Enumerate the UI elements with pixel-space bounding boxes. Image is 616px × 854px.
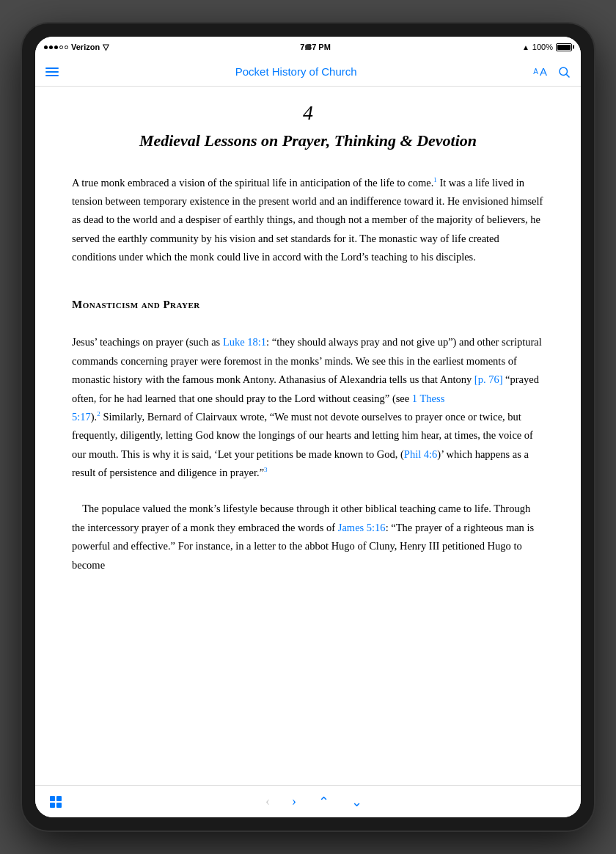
section-heading-monasticism: Monasticism and Prayer: [72, 299, 544, 311]
grid-cell-4: [56, 803, 62, 808]
svg-point-0: [560, 67, 568, 76]
spacer-1: [72, 284, 544, 299]
grid-view-button[interactable]: [50, 796, 62, 808]
paragraph-2: Jesus’ teachings on prayer (such as Luke…: [72, 333, 544, 482]
para2-before-link: Jesus’ teachings on prayer (such as: [72, 336, 223, 348]
camera: [305, 44, 311, 50]
big-a-icon: A: [540, 65, 547, 78]
signal-dot-3: [54, 45, 58, 49]
wifi-icon: ▽: [103, 43, 109, 52]
toolbar-left: [50, 796, 62, 808]
book-content: 4 Medieval Lessons on Prayer, Thinking &…: [35, 87, 581, 785]
battery-percentage: 100%: [532, 43, 553, 51]
nav-right: A A: [533, 65, 571, 79]
battery-indicator: [556, 43, 572, 51]
status-right: ▲ 100%: [522, 43, 572, 51]
footnote-1: 1: [433, 176, 437, 183]
nav-left: [45, 67, 59, 76]
page-ref-76: [p. 76]: [474, 373, 503, 385]
navigation-bar: Pocket History of Church A A: [35, 57, 581, 87]
grid-cell-2: [56, 796, 62, 801]
spacer-2: [72, 326, 544, 333]
para2-footnote2: ).2: [91, 411, 100, 423]
prev-page-button[interactable]: ‹: [265, 794, 270, 809]
paragraph-3: The populace valued the monk’s lifestyle…: [72, 500, 544, 574]
font-size-button[interactable]: A A: [533, 65, 547, 78]
chapter-title: Medieval Lessons on Prayer, Thinking & D…: [72, 131, 544, 152]
nav-title: Pocket History of Church: [59, 65, 533, 78]
james-5-16-link[interactable]: James 5:16: [338, 522, 386, 533]
section-heading-text: Monasticism and Prayer: [72, 299, 200, 310]
paragraph-1: A true monk embraced a vision of the spi…: [72, 174, 544, 267]
toolbar-center: ‹ › ⌃ ⌄: [265, 794, 362, 810]
luke-18-1-link[interactable]: Luke 18:1: [223, 336, 266, 348]
next-page-button[interactable]: ›: [292, 794, 296, 809]
hamburger-line-1: [45, 67, 59, 69]
phil-4-6-link[interactable]: Phil 4:6: [404, 448, 438, 460]
paragraph-1-text: A true monk embraced a vision of the spi…: [72, 177, 543, 263]
grid-cell-1: [50, 796, 55, 801]
menu-button[interactable]: [45, 67, 59, 76]
scroll-up-button[interactable]: ⌃: [318, 794, 329, 810]
signal-dot-5: [65, 45, 68, 49]
grid-cell-3: [50, 803, 55, 808]
signal-dot-1: [44, 45, 48, 49]
status-left: Verizon ▽: [44, 43, 109, 52]
chapter-number: 4: [72, 101, 544, 125]
tablet-screen: Verizon ▽ 7:37 PM ▲ 100%: [35, 37, 581, 817]
screen: Verizon ▽ 7:37 PM ▲ 100%: [35, 37, 581, 817]
signal-dots: [44, 45, 68, 49]
signal-dot-2: [49, 45, 53, 49]
bottom-toolbar: ‹ › ⌃ ⌄: [35, 785, 581, 817]
scroll-down-button[interactable]: ⌄: [351, 794, 362, 810]
small-a-icon: A: [533, 67, 538, 76]
footnote-3: 3: [264, 466, 268, 473]
hamburger-line-3: [45, 75, 59, 76]
signal-strength-icon: ▲: [522, 43, 529, 51]
signal-dot-4: [59, 45, 63, 49]
svg-line-1: [566, 74, 569, 77]
search-button[interactable]: [557, 65, 571, 79]
hamburger-line-2: [45, 71, 59, 73]
tablet-device: Verizon ▽ 7:37 PM ▲ 100%: [22, 23, 594, 831]
carrier-label: Verizon: [71, 43, 100, 51]
battery-fill: [557, 45, 571, 50]
